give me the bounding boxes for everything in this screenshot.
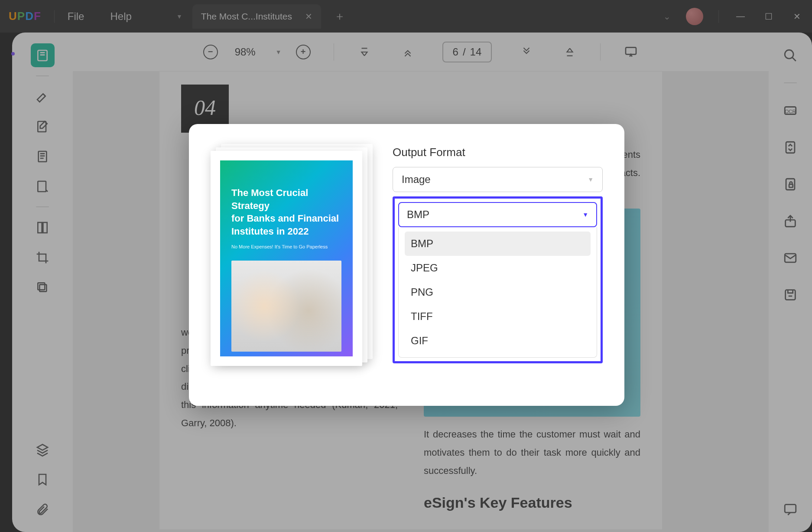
output-format-label: Output Format bbox=[393, 146, 603, 159]
chevron-down-icon: ▼ bbox=[582, 211, 588, 218]
image-format-dropdown: BMP JPEG PNG TIFF GIF bbox=[398, 227, 597, 358]
option-bmp[interactable]: BMP bbox=[405, 232, 591, 256]
image-format-highlight: BMP ▼ BMP JPEG PNG TIFF GIF bbox=[393, 196, 603, 363]
output-format-value: Image bbox=[402, 173, 431, 186]
page-preview: The Most Crucial Strategy for Banks and … bbox=[211, 146, 371, 362]
option-gif[interactable]: GIF bbox=[405, 329, 591, 353]
modal-controls: Output Format Image ▼ BMP ▼ BMP JPEG PNG… bbox=[393, 146, 603, 384]
preview-subtitle: No More Expenses! It's Time to Go Paperl… bbox=[231, 244, 341, 249]
image-format-select[interactable]: BMP ▼ bbox=[398, 202, 597, 227]
output-format-select[interactable]: Image ▼ bbox=[393, 167, 603, 192]
preview-title-line: The Most Crucial Strategy bbox=[231, 186, 341, 212]
export-modal: The Most Crucial Strategy for Banks and … bbox=[189, 124, 624, 406]
image-format-value: BMP bbox=[407, 209, 429, 221]
preview-image bbox=[231, 261, 341, 352]
preview-title-line: for Banks and Financial bbox=[231, 212, 341, 225]
chevron-down-icon: ▼ bbox=[588, 176, 594, 183]
option-png[interactable]: PNG bbox=[405, 280, 591, 304]
preview-sheet-front: The Most Crucial Strategy for Banks and … bbox=[211, 151, 362, 366]
option-jpeg[interactable]: JPEG bbox=[405, 256, 591, 280]
option-tiff[interactable]: TIFF bbox=[405, 304, 591, 329]
preview-title-line: Institutes in 2022 bbox=[231, 225, 341, 238]
